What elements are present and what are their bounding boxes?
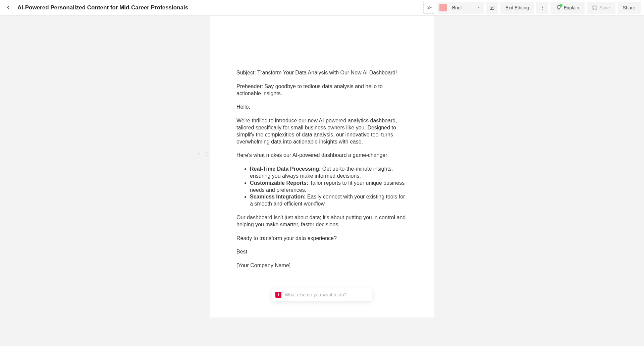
save-label: Save bbox=[599, 5, 610, 10]
canvas[interactable]: Subject: Transform Your Data Analysis wi… bbox=[0, 16, 644, 346]
preheader-line[interactable]: Preheader: Say goodbye to tedious data a… bbox=[236, 83, 408, 97]
add-user-button[interactable] bbox=[423, 2, 435, 14]
intro-paragraph[interactable]: We're thrilled to introduce our new AI-p… bbox=[236, 117, 408, 145]
toolbar: Brief Exit Editing Explain Save bbox=[423, 2, 641, 14]
features-lead[interactable]: Here's what makes our AI-powered dashboa… bbox=[236, 152, 408, 159]
feature-title: Seamless Integration: bbox=[250, 194, 306, 199]
explain-icon-wrap bbox=[556, 5, 562, 11]
block-gutter bbox=[196, 151, 210, 157]
subject-text: Transform Your Data Analysis with Our Ne… bbox=[257, 70, 397, 75]
document-page[interactable]: Subject: Transform Your Data Analysis wi… bbox=[210, 16, 434, 318]
share-label: Share bbox=[623, 5, 635, 10]
greeting[interactable]: Hello, bbox=[236, 104, 408, 111]
paragraph-2[interactable]: Our dashboard isn't just about data; it'… bbox=[236, 214, 408, 228]
svg-point-0 bbox=[428, 6, 429, 8]
more-menu-button[interactable] bbox=[536, 2, 548, 14]
kebab-icon bbox=[540, 5, 545, 10]
brief-swatch bbox=[439, 4, 447, 11]
exit-editing-button[interactable]: Exit Editing bbox=[500, 2, 534, 14]
save-icon bbox=[592, 5, 597, 10]
notes-icon bbox=[489, 5, 495, 11]
prompt-badge: I bbox=[275, 292, 281, 298]
svg-point-9 bbox=[542, 9, 543, 10]
svg-point-18 bbox=[206, 155, 207, 156]
company-placeholder[interactable]: [Your Company Name] bbox=[236, 262, 408, 269]
chevron-left-icon bbox=[6, 5, 10, 10]
svg-point-8 bbox=[542, 7, 543, 8]
svg-point-19 bbox=[208, 155, 209, 156]
prompt-input[interactable] bbox=[285, 292, 369, 297]
svg-point-7 bbox=[542, 6, 543, 6]
notification-dot bbox=[560, 4, 562, 7]
add-block-button[interactable] bbox=[196, 151, 202, 157]
drag-handle[interactable] bbox=[204, 151, 210, 157]
svg-point-14 bbox=[206, 152, 207, 153]
preheader-prefix: Preheader: bbox=[236, 83, 265, 89]
list-item[interactable]: Real-Time Data Processing: Get up-to-the… bbox=[250, 166, 408, 180]
list-item[interactable]: Customizable Reports: Tailor reports to … bbox=[250, 180, 408, 194]
exit-editing-label: Exit Editing bbox=[505, 5, 529, 10]
page-title: AI-Powered Personalized Content for Mid-… bbox=[17, 4, 188, 11]
svg-point-17 bbox=[208, 154, 209, 155]
person-add-icon bbox=[426, 5, 432, 11]
page-wrap: Subject: Transform Your Data Analysis wi… bbox=[210, 16, 434, 346]
topbar: AI-Powered Personalized Content for Mid-… bbox=[0, 0, 644, 16]
drag-icon bbox=[205, 152, 209, 156]
brief-select[interactable]: Brief bbox=[437, 2, 484, 14]
save-button[interactable]: Save bbox=[587, 2, 615, 14]
subject-prefix: Subject: bbox=[236, 70, 257, 75]
svg-point-15 bbox=[208, 152, 209, 153]
caret-down-icon bbox=[477, 6, 481, 10]
subject-line[interactable]: Subject: Transform Your Data Analysis wi… bbox=[236, 69, 408, 76]
plus-icon bbox=[197, 152, 201, 156]
signoff[interactable]: Best, bbox=[236, 248, 408, 255]
prompt-bar[interactable]: I bbox=[272, 288, 372, 301]
feature-title: Customizable Reports: bbox=[250, 180, 308, 186]
features-list[interactable]: Real-Time Data Processing: Get up-to-the… bbox=[236, 166, 408, 208]
feature-title: Real-Time Data Processing: bbox=[250, 166, 321, 172]
share-button[interactable]: Share bbox=[618, 2, 641, 14]
list-item[interactable]: Seamless Integration: Easily connect wit… bbox=[250, 193, 408, 208]
notes-button[interactable] bbox=[486, 2, 498, 14]
svg-point-16 bbox=[206, 154, 207, 155]
back-button[interactable] bbox=[3, 3, 13, 12]
explain-button[interactable]: Explain bbox=[550, 2, 585, 14]
cta-question[interactable]: Ready to transform your data experience? bbox=[236, 235, 408, 242]
brief-label: Brief bbox=[452, 5, 462, 10]
explain-label: Explain bbox=[564, 5, 579, 10]
